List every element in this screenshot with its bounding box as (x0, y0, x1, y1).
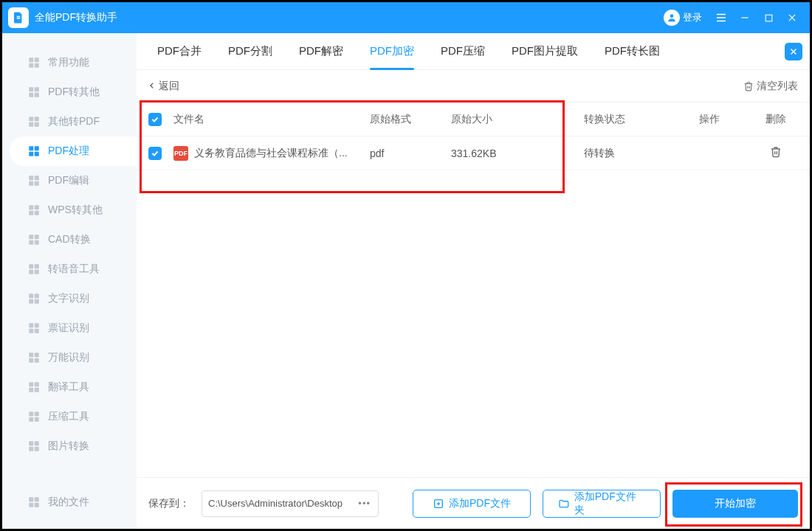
add-file-label: 添加PDF文件 (449, 497, 511, 510)
svg-rect-62 (29, 447, 33, 451)
sidebar-item-9[interactable]: 票证识别 (2, 313, 137, 343)
maximize-button[interactable] (757, 6, 780, 30)
sidebar-item-label: 我的文件 (48, 496, 89, 509)
sidebar-item-label: 转语音工具 (48, 263, 100, 276)
save-path-field[interactable]: C:\Users\Administrator\Desktop ••• (202, 490, 379, 517)
chevron-left-icon (148, 80, 156, 92)
tab-2[interactable]: PDF解密 (286, 33, 357, 70)
svg-rect-61 (35, 441, 39, 445)
minimize-button[interactable] (733, 6, 757, 30)
svg-rect-28 (29, 205, 33, 209)
table-header: 文件名 原始格式 原始大小 转换状态 操作 删除 (137, 103, 810, 136)
browse-icon: ••• (357, 498, 372, 509)
trash-icon (770, 146, 782, 158)
svg-rect-49 (35, 353, 39, 357)
file-size: 331.62KB (451, 148, 584, 159)
sidebar-item-13[interactable]: 图片转换 (2, 431, 137, 461)
tab-0[interactable]: PDF合并 (144, 33, 215, 70)
file-table: 文件名 原始格式 原始大小 转换状态 操作 删除 PDF义务教育品德与社会课程标… (137, 103, 810, 477)
svg-rect-59 (35, 417, 39, 422)
sidebar-item-5[interactable]: WPS转其他 (2, 195, 137, 225)
svg-rect-29 (35, 205, 39, 209)
close-button[interactable] (780, 6, 804, 30)
svg-rect-19 (35, 122, 39, 127)
svg-rect-67 (35, 503, 39, 507)
svg-rect-60 (29, 441, 33, 445)
sidebar-item-8[interactable]: 文字识别 (2, 284, 137, 313)
save-to-label: 保存到： (148, 497, 190, 510)
svg-rect-8 (29, 58, 33, 62)
svg-rect-50 (29, 358, 33, 363)
svg-rect-52 (29, 382, 33, 386)
toolbar: 返回 清空列表 (137, 70, 810, 103)
sidebar-item-10[interactable]: 万能识别 (2, 343, 137, 372)
back-button[interactable]: 返回 (148, 80, 179, 93)
app-logo (8, 7, 29, 28)
sidebar-item-4[interactable]: PDF编辑 (2, 166, 137, 195)
tab-6[interactable]: PDF转长图 (591, 33, 673, 70)
add-pdf-file-button[interactable]: 添加PDF文件 (413, 490, 531, 518)
svg-rect-24 (29, 176, 33, 180)
svg-rect-37 (35, 264, 39, 268)
avatar-icon (664, 10, 680, 26)
sidebar-item-3[interactable]: PDF处理 (10, 136, 137, 166)
svg-rect-10 (29, 63, 33, 68)
svg-rect-45 (35, 323, 39, 327)
sidebar-item-myfiles[interactable]: 我的文件 (2, 487, 137, 517)
sidebar-item-11[interactable]: 翻译工具 (2, 372, 137, 402)
sidebar-item-label: 其他转PDF (48, 115, 100, 128)
sidebar-item-label: PDF转其他 (48, 86, 100, 99)
tabs-close-button[interactable] (785, 43, 802, 60)
header-del: 删除 (754, 113, 798, 126)
header-op: 操作 (665, 113, 754, 126)
tab-1[interactable]: PDF分割 (215, 33, 286, 70)
svg-rect-51 (35, 358, 39, 363)
sidebar-item-7[interactable]: 转语音工具 (2, 254, 137, 284)
sidebar-item-1[interactable]: PDF转其他 (2, 77, 137, 107)
tab-3[interactable]: PDF加密 (357, 33, 427, 70)
menu-button[interactable] (709, 6, 733, 30)
trash-icon (743, 81, 754, 91)
svg-rect-30 (29, 211, 33, 215)
table-row: PDF义务教育品德与社会课程标准（...pdf331.62KB待转换 (137, 136, 810, 170)
login-button[interactable]: 登录 (664, 10, 702, 26)
sidebar-item-0[interactable]: 常用功能 (2, 48, 137, 77)
tab-4[interactable]: PDF压缩 (427, 33, 498, 70)
pdf-file-icon: PDF (173, 146, 188, 161)
svg-rect-25 (35, 176, 39, 180)
sidebar-item-6[interactable]: CAD转换 (2, 225, 137, 254)
main-panel: PDF合并PDF分割PDF解密PDF加密PDF压缩PDF图片提取PDF转长图 返… (137, 33, 810, 529)
svg-rect-35 (35, 240, 39, 245)
close-icon (789, 47, 798, 56)
svg-rect-43 (35, 299, 39, 304)
svg-rect-12 (29, 87, 33, 91)
sidebar-item-2[interactable]: 其他转PDF (2, 107, 137, 136)
svg-rect-36 (29, 264, 33, 268)
svg-rect-20 (29, 146, 33, 150)
tabs: PDF合并PDF分割PDF解密PDF加密PDF压缩PDF图片提取PDF转长图 (137, 33, 810, 70)
svg-rect-33 (35, 235, 39, 239)
svg-rect-22 (29, 152, 33, 156)
sidebar-item-label: 图片转换 (48, 440, 89, 453)
sidebar-item-label: WPS转其他 (48, 204, 103, 217)
svg-rect-65 (35, 497, 39, 502)
sidebar-item-12[interactable]: 压缩工具 (2, 402, 137, 431)
svg-rect-46 (29, 329, 33, 333)
tab-5[interactable]: PDF图片提取 (498, 33, 591, 70)
add-folder-label: 添加PDF文件夹 (574, 490, 645, 517)
start-encrypt-button[interactable]: 开始加密 (672, 490, 798, 518)
svg-rect-55 (35, 388, 39, 392)
app-title: 全能PDF转换助手 (35, 11, 117, 24)
svg-rect-16 (29, 117, 33, 121)
app-window: 全能PDF转换助手 登录 常用功能PDF转其他其他转PDFPDF处理PDF编辑W… (0, 0, 812, 531)
start-label: 开始加密 (715, 497, 756, 510)
header-status: 转换状态 (584, 113, 665, 126)
file-status: 待转换 (584, 147, 665, 160)
select-all-checkbox[interactable] (148, 113, 162, 126)
delete-row-button[interactable] (770, 146, 782, 160)
row-checkbox[interactable] (148, 147, 162, 160)
svg-rect-48 (29, 353, 33, 357)
clear-list-button[interactable]: 清空列表 (743, 80, 798, 93)
add-pdf-folder-button[interactable]: 添加PDF文件夹 (543, 490, 661, 518)
svg-rect-9 (35, 58, 39, 62)
